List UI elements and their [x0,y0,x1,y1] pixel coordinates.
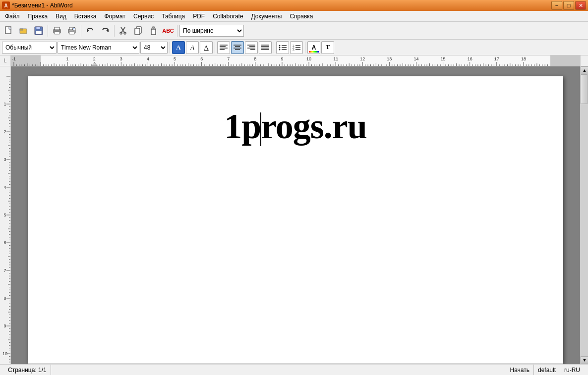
vertical-ruler [0,66,11,364]
redo-button[interactable] [98,24,112,38]
ruler-corner: L [0,55,11,66]
sep6 [215,42,215,54]
title-bar-controls: − □ ✕ [551,1,586,10]
sep7 [274,42,274,54]
menu-pdf[interactable]: PDF [189,12,209,21]
print-preview-button[interactable] [65,24,79,38]
underline-button[interactable]: A [200,41,213,54]
svg-marker-15 [106,29,109,32]
menu-edit[interactable]: Правка [24,12,52,21]
align-justify-button[interactable] [259,41,272,54]
svg-rect-22 [151,29,156,35]
horizontal-ruler [11,55,580,66]
list-number-button[interactable]: 1.2.3. [290,41,303,54]
menu-insert[interactable]: Вставка [70,12,101,21]
main-area: 1progs.ru ▲ ▼ [0,66,588,364]
svg-rect-5 [36,31,42,34]
menu-documents[interactable]: Документы [247,12,286,21]
status-language: default [534,365,560,375]
menu-help[interactable]: Справка [286,12,317,21]
paragraph-style-select[interactable]: Обычный [2,42,57,54]
text-before-cursor: 1p [224,107,261,146]
scroll-down-button[interactable]: ▼ [581,356,588,364]
font-size-select[interactable]: 48 [140,42,168,54]
menu-collaborate[interactable]: Collaborate [209,12,247,21]
scroll-track[interactable] [581,74,588,356]
underline-label: A [204,44,208,52]
spell-label: АВС [162,28,174,34]
svg-rect-24 [152,27,155,28]
menu-table[interactable]: Таблица [158,12,189,21]
status-locale: ru-RU [560,365,584,375]
sep3 [114,25,115,37]
title-bar-text: *Безимени1 - AbiWord [12,2,73,9]
maximize-button[interactable]: □ [563,1,574,10]
sep2 [81,25,81,37]
align-right-button[interactable] [245,41,258,54]
status-page: Страница: 1/1 [4,365,51,375]
svg-point-43 [279,47,281,48]
svg-rect-21 [135,28,140,35]
svg-rect-0 [5,27,11,34]
new-button[interactable] [2,24,16,38]
italic-button[interactable]: A [186,41,199,54]
undo-button[interactable] [83,24,97,38]
sep4 [177,25,177,37]
document-text[interactable]: 1progs.ru [224,106,367,147]
zoom-select[interactable]: По ширине [179,25,244,37]
svg-rect-7 [55,27,59,30]
svg-rect-8 [55,32,59,34]
sep8 [305,42,305,54]
bold-button[interactable]: A [172,41,185,54]
scroll-thumb[interactable] [581,74,588,104]
menu-file[interactable]: Файл [1,12,24,21]
highlight-button[interactable]: A [307,41,320,54]
ruler-scrollbar-corner [580,55,588,66]
paste-button[interactable] [146,24,160,38]
svg-point-45 [279,49,281,50]
status-action: Начать [506,365,534,375]
svg-point-41 [279,45,281,46]
title-bar-left: A *Безимени1 - AbiWord [2,1,73,9]
close-button[interactable]: ✕ [575,1,586,10]
font-select[interactable]: Times New Roman [58,42,139,54]
align-center-button[interactable] [231,41,244,54]
sep5 [170,42,170,54]
svg-marker-14 [87,29,89,32]
highlight-color-bar [309,51,319,53]
main-toolbar: АВС По ширине [0,22,588,40]
bold-label: A [176,44,180,52]
copy-button[interactable] [131,24,145,38]
align-left-button[interactable] [217,41,230,54]
document-area[interactable]: 1progs.ru [11,66,580,364]
svg-text:3.: 3. [293,48,294,51]
vertical-scrollbar[interactable]: ▲ ▼ [580,66,588,364]
list-bullet-button[interactable] [276,41,289,54]
title-bar: A *Безимени1 - AbiWord − □ ✕ [0,0,588,11]
highlight-label: A [312,44,316,51]
svg-rect-11 [69,32,74,34]
print-button[interactable] [50,24,64,38]
sep1 [48,25,48,37]
italic-label: A [190,44,194,52]
page-content[interactable]: 1progs.ru [28,76,563,177]
menu-view[interactable]: Вид [52,12,70,21]
menu-format[interactable]: Формат [100,12,129,21]
document-page[interactable]: 1progs.ru [28,76,563,364]
minimize-button[interactable]: − [551,1,562,10]
svg-point-13 [73,28,75,29]
app-icon: A [2,1,10,9]
open-button[interactable] [17,24,31,38]
scroll-up-button[interactable]: ▲ [581,66,588,74]
svg-rect-2 [20,29,23,30]
menu-bar: Файл Правка Вид Вставка Формат Сервис Та… [0,11,588,22]
format-toolbar: Обычный Times New Roman 48 A A A 1.2.3. … [0,40,588,55]
cut-button[interactable] [117,24,130,38]
text-T-label: T [326,44,330,51]
save-button[interactable] [32,24,46,38]
spell-check-button[interactable]: АВС [161,24,175,38]
svg-rect-4 [36,27,40,29]
text-color-button[interactable]: T [321,41,334,54]
ruler-container: L [0,55,588,66]
menu-tools[interactable]: Сервис [129,12,158,21]
